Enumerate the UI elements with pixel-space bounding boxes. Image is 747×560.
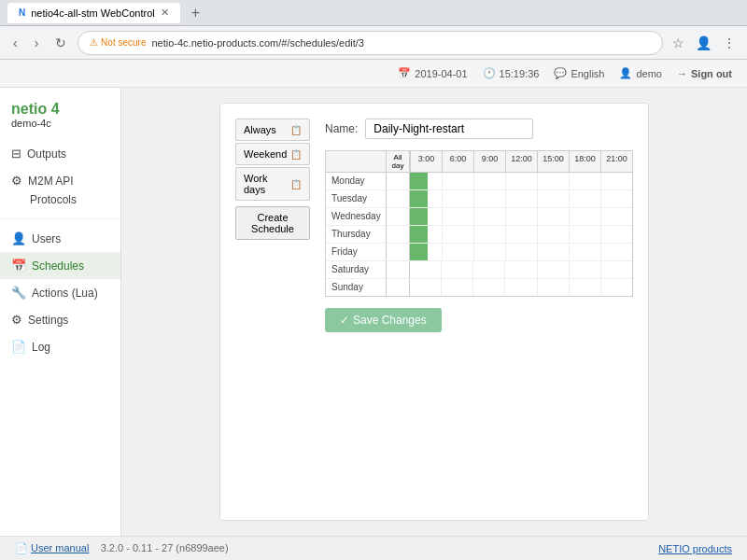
- sidebar-item-actions-label: Actions (Lua): [32, 287, 98, 300]
- new-tab-button[interactable]: +: [188, 5, 204, 21]
- outputs-icon: ⊟: [11, 147, 21, 161]
- refresh-button[interactable]: ↻: [49, 32, 72, 54]
- url-text: netio-4c.netio-products.com/#/schedules/…: [151, 37, 651, 49]
- saturday-allday[interactable]: [387, 261, 410, 278]
- cell[interactable]: [569, 208, 600, 225]
- cell[interactable]: [505, 226, 537, 243]
- tuesday-cells[interactable]: [410, 190, 632, 207]
- device-name: demo-4c: [11, 118, 109, 129]
- sidebar-item-users[interactable]: 👤 Users: [0, 225, 120, 252]
- cell[interactable]: [505, 190, 537, 207]
- cell[interactable]: [505, 173, 537, 189]
- name-input[interactable]: [365, 119, 533, 139]
- monday-cells[interactable]: [410, 173, 632, 189]
- wednesday-label: Wednesday: [326, 208, 387, 225]
- tab-weekend[interactable]: Weekend 📋: [235, 143, 310, 165]
- thursday-cells[interactable]: [410, 226, 632, 243]
- sidebar-logo: netio 4 demo-4c: [0, 95, 120, 140]
- sunday-allday[interactable]: [387, 279, 410, 296]
- cell[interactable]: [537, 208, 569, 225]
- cell[interactable]: [505, 208, 537, 225]
- cell[interactable]: [473, 190, 505, 207]
- cell[interactable]: [600, 279, 632, 296]
- cell[interactable]: [569, 190, 600, 207]
- browser-window: N netio4c-all-stm WebControl ✕ + ‹ › ↻ ⚠…: [0, 0, 747, 560]
- cell[interactable]: [442, 173, 473, 189]
- saturday-label: Saturday: [326, 261, 387, 278]
- friday-cells[interactable]: [410, 244, 632, 260]
- cell[interactable]: [504, 261, 536, 278]
- tab-workdays[interactable]: Work days 📋: [235, 167, 310, 201]
- cell[interactable]: [537, 173, 569, 189]
- browser-tab[interactable]: N netio4c-all-stm WebControl ✕: [7, 3, 180, 23]
- cell[interactable]: [410, 279, 441, 296]
- cell[interactable]: [473, 244, 505, 260]
- cell[interactable]: [569, 261, 600, 278]
- sidebar-item-outputs[interactable]: ⊟ Outputs: [0, 140, 120, 167]
- sidebar-item-actions[interactable]: 🔧 Actions (Lua): [0, 279, 120, 306]
- cell[interactable]: [537, 244, 569, 260]
- sidebar-item-m2m[interactable]: ⚙ M2M API Protocols: [0, 167, 120, 213]
- cell[interactable]: [505, 244, 537, 260]
- cell[interactable]: [600, 173, 632, 189]
- menu-button[interactable]: ⋮: [719, 32, 740, 54]
- monday-allday[interactable]: [387, 173, 410, 189]
- cell[interactable]: [473, 226, 505, 243]
- actions-icon: 🔧: [11, 286, 26, 300]
- cell[interactable]: [441, 279, 472, 296]
- cell[interactable]: [442, 208, 473, 225]
- cell[interactable]: [472, 279, 504, 296]
- cell[interactable]: [473, 173, 505, 189]
- topbar-signout[interactable]: → Sign out: [677, 68, 732, 79]
- sidebar-divider-1: [0, 218, 120, 219]
- cell[interactable]: [569, 244, 600, 260]
- address-bar[interactable]: ⚠ Not secure netio-4c.netio-products.com…: [78, 31, 663, 55]
- monday-label: Monday: [326, 173, 387, 189]
- wednesday-allday[interactable]: [387, 208, 410, 225]
- saturday-cells[interactable]: [410, 261, 632, 278]
- cell[interactable]: [600, 226, 632, 243]
- cell[interactable]: [442, 244, 473, 260]
- back-button[interactable]: ‹: [7, 32, 23, 54]
- forward-button[interactable]: ›: [29, 32, 45, 54]
- tab-close-button[interactable]: ✕: [161, 7, 169, 19]
- cell[interactable]: [537, 190, 569, 207]
- save-changes-button[interactable]: ✓ Save Changes: [325, 308, 442, 332]
- profile-button[interactable]: 👤: [692, 32, 715, 54]
- cell[interactable]: [442, 190, 473, 207]
- cell[interactable]: [504, 279, 536, 296]
- cell[interactable]: [410, 261, 441, 278]
- cell[interactable]: [472, 261, 504, 278]
- cell[interactable]: [600, 208, 632, 225]
- create-schedule-button[interactable]: Create Schedule: [235, 206, 310, 240]
- cell[interactable]: [569, 226, 600, 243]
- cell[interactable]: [473, 208, 505, 225]
- sidebar-item-log[interactable]: 📄 Log: [0, 333, 120, 360]
- cell[interactable]: [537, 279, 569, 296]
- netio-products-link[interactable]: NETIO products: [658, 543, 732, 554]
- tuesday-allday[interactable]: [387, 190, 410, 207]
- signout-icon: →: [677, 68, 687, 79]
- grid-row-sunday: Sunday: [326, 279, 632, 296]
- schedule-panel: Always 📋 Weekend 📋 Work days 📋: [219, 103, 649, 521]
- cell[interactable]: [600, 244, 632, 260]
- topbar-language[interactable]: 💬 English: [554, 67, 604, 79]
- cell[interactable]: [441, 261, 472, 278]
- sunday-cells[interactable]: [410, 279, 632, 296]
- sidebar-item-settings[interactable]: ⚙ Settings: [0, 306, 120, 333]
- user-manual-link[interactable]: User manual: [31, 542, 89, 553]
- cell[interactable]: [600, 261, 632, 278]
- cell[interactable]: [442, 226, 473, 243]
- thursday-allday[interactable]: [387, 226, 410, 243]
- cell[interactable]: [537, 226, 569, 243]
- tab-always[interactable]: Always 📋: [235, 119, 310, 141]
- cell[interactable]: [569, 173, 600, 189]
- sidebar-item-schedules[interactable]: 📅 Schedules: [0, 252, 120, 279]
- cell[interactable]: [600, 190, 632, 207]
- bookmark-button[interactable]: ☆: [669, 32, 688, 54]
- wednesday-cells[interactable]: [410, 208, 632, 225]
- cell[interactable]: [537, 261, 569, 278]
- friday-allday[interactable]: [387, 244, 410, 260]
- cell[interactable]: [569, 279, 600, 296]
- signout-link[interactable]: Sign out: [691, 68, 732, 79]
